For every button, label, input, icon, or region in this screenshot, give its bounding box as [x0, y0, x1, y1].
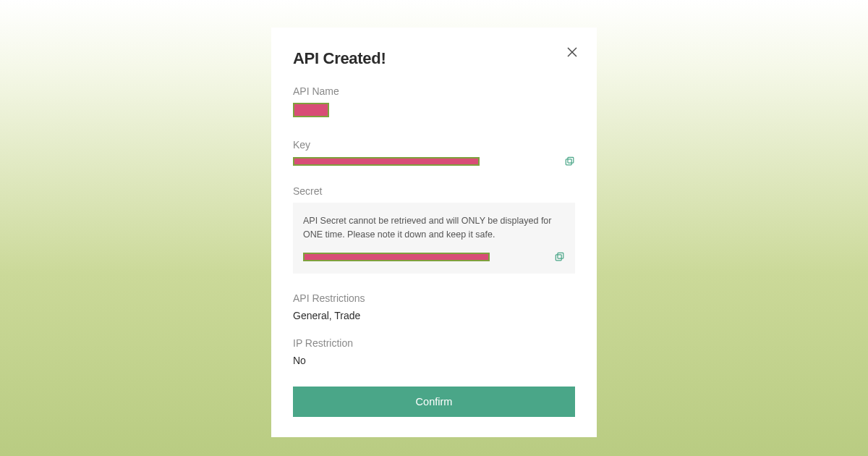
key-row — [293, 156, 575, 166]
copy-key-button[interactable] — [565, 156, 575, 166]
api-created-modal: API Created! API Name Key Secret API Sec… — [271, 28, 597, 437]
key-label: Key — [293, 139, 575, 151]
secret-row — [303, 252, 565, 262]
api-name-section: API Name — [293, 85, 575, 120]
svg-rect-2 — [568, 157, 574, 163]
svg-rect-4 — [558, 253, 563, 258]
secret-value-redacted — [303, 253, 490, 261]
ip-label: IP Restriction — [293, 337, 575, 349]
secret-label: Secret — [293, 185, 575, 197]
close-button[interactable] — [565, 45, 579, 59]
ip-section: IP Restriction No — [293, 337, 575, 366]
secret-warning: API Secret cannot be retrieved and will … — [303, 214, 565, 242]
close-icon — [566, 46, 578, 58]
secret-section: Secret API Secret cannot be retrieved an… — [293, 185, 575, 274]
restrictions-label: API Restrictions — [293, 292, 575, 304]
copy-secret-button[interactable] — [555, 252, 565, 262]
restrictions-value: General, Trade — [293, 310, 575, 321]
svg-rect-3 — [566, 159, 571, 165]
key-value-redacted — [293, 157, 480, 166]
secret-box: API Secret cannot be retrieved and will … — [293, 203, 575, 274]
key-section: Key — [293, 139, 575, 166]
api-name-value-redacted — [293, 103, 329, 117]
restrictions-section: API Restrictions General, Trade — [293, 292, 575, 321]
api-name-label: API Name — [293, 85, 575, 97]
ip-value: No — [293, 355, 575, 366]
copy-icon — [565, 156, 575, 166]
modal-title: API Created! — [293, 49, 575, 68]
copy-icon — [555, 252, 565, 262]
svg-rect-5 — [556, 254, 561, 260]
confirm-button[interactable]: Confirm — [293, 387, 575, 417]
